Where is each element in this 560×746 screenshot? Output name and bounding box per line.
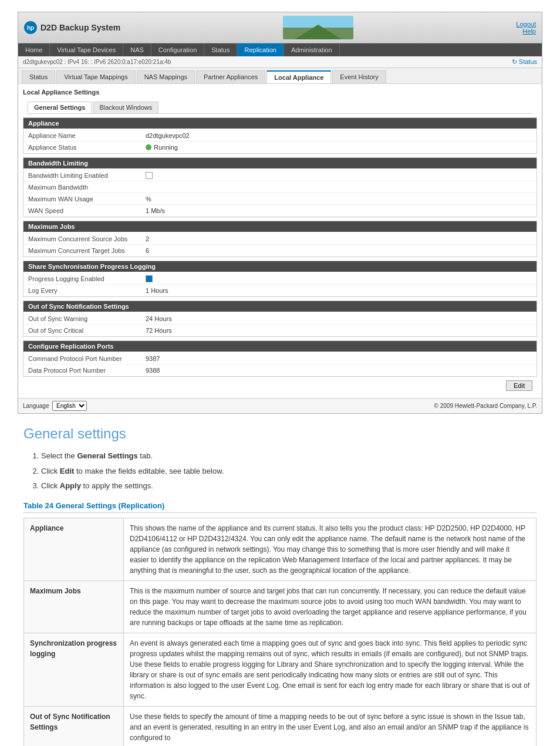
subtab-vtm[interactable]: Virtual Tape Mappings: [56, 70, 135, 83]
bandwidth-checkbox[interactable]: [146, 172, 153, 179]
table-term-appliance: Appliance: [24, 518, 124, 580]
bandwidth-enabled-row: Bandwidth Limiting Enabled: [23, 170, 537, 181]
nav-status[interactable]: Status: [204, 43, 237, 56]
inner-tab-blackout[interactable]: Blackout Windows: [93, 102, 158, 113]
table-title: Table 24 General Settings (Replication): [23, 501, 537, 513]
d2d-panel: hp D2D Backup System Logout Help Home Vi…: [18, 12, 542, 414]
inner-tab-general[interactable]: General Settings: [28, 102, 92, 113]
language-select[interactable]: English: [52, 401, 87, 411]
hp-logo-icon: hp: [24, 21, 37, 34]
max-bandwidth-label: Maximum Bandwidth: [28, 184, 146, 191]
bandwidth-enabled-value: [146, 172, 153, 179]
status-badge: ↻ Status: [512, 58, 537, 66]
app-title: D2D Backup System: [41, 23, 120, 32]
subtab-partner-appliances[interactable]: Partner Appliances: [196, 70, 265, 83]
step-3: Click Apply to apply the settings.: [41, 480, 537, 492]
panel-footer: Language English © 2009 Hewlett-Packard …: [18, 398, 542, 413]
configure-ports-section: Configure Replication Ports Command Prot…: [23, 340, 537, 377]
max-wan-usage-row: Maximum WAN Usage %: [23, 193, 537, 205]
step-2: Click Edit to make the fields editable, …: [41, 465, 537, 477]
progress-logging-label: Progress Logging Enabled: [28, 275, 146, 282]
appliance-name-row: Appliance Name d2dtgukevpc02: [23, 130, 537, 141]
subtab-status[interactable]: Status: [22, 70, 55, 83]
wan-speed-row: WAN Speed 1 Mb/s: [23, 205, 537, 217]
page-wrapper: hp D2D Backup System Logout Help Home Vi…: [0, 0, 560, 746]
oos-warning-row: Out of Sync Warning 24 Hours: [23, 313, 537, 325]
subtab-local-appliance[interactable]: Local Appliance: [266, 70, 331, 83]
sub-tabs: Status Virtual Tape Mappings NAS Mapping…: [18, 68, 542, 84]
data-port-label: Data Protocol Port Number: [28, 367, 146, 374]
appliance-name-value: d2dtgukevpc02: [146, 132, 190, 139]
wan-speed-label: WAN Speed: [28, 207, 146, 214]
d2d-header: hp D2D Backup System Logout Help: [18, 12, 542, 43]
table-row-oos-notification: Out of Sync Notification Settings Use th…: [24, 706, 537, 746]
cmd-port-value: 9387: [146, 355, 160, 362]
table-row-sync-logging: Synchronization progress logging An even…: [24, 633, 537, 706]
table-term-oos-notification: Out of Sync Notification Settings: [24, 706, 124, 746]
mountain-graphic: [283, 16, 353, 39]
max-target-jobs-label: Maximum Concurrent Target Jobs: [28, 247, 146, 254]
oos-critical-label: Out of Sync Critical: [28, 327, 146, 334]
table-desc-appliance: This shows the name of the appliance and…: [124, 518, 537, 580]
progress-logging-row: Progress Logging Enabled: [23, 273, 537, 285]
doc-steps: Select the General Settings tab. Click E…: [41, 450, 537, 492]
max-target-jobs-row: Maximum Concurrent Target Jobs 6: [23, 245, 537, 256]
bandwidth-enabled-label: Bandwidth Limiting Enabled: [28, 172, 146, 179]
inner-tabs: General Settings Blackout Windows: [23, 98, 537, 113]
cmd-port-label: Command Protocol Port Number: [28, 355, 146, 362]
table-row-max-jobs: Maximum Jobs This is the maximum number …: [24, 580, 537, 633]
host-info: d2dtgukevpc02 : IPv4 16: : IPv6 2620:0:a…: [23, 59, 171, 65]
log-every-row: Log Every 1 Hours: [23, 285, 537, 296]
edit-button[interactable]: Edit: [506, 380, 532, 391]
logout-link[interactable]: Logout: [516, 21, 536, 28]
cmd-port-row: Command Protocol Port Number 9387: [23, 353, 537, 364]
nav-vtd[interactable]: Virtual Tape Devices: [50, 43, 123, 56]
nav-nas[interactable]: NAS: [123, 43, 151, 56]
data-port-row: Data Protocol Port Number 9388: [23, 364, 537, 376]
appliance-section-header: Appliance: [23, 118, 537, 129]
language-selector: Language English: [23, 401, 87, 411]
progress-logging-checkbox[interactable]: [146, 275, 153, 282]
max-source-jobs-row: Maximum Concurrent Source Jobs 2: [23, 233, 537, 245]
local-appliance-settings-label: Local Appliance Settings: [23, 89, 537, 96]
max-target-jobs-value: 6: [146, 247, 149, 254]
panel-content: Local Appliance Settings General Setting…: [18, 84, 542, 398]
nav-configuration[interactable]: Configuration: [151, 43, 204, 56]
oos-critical-row: Out of Sync Critical 72 Hours: [23, 325, 537, 336]
max-jobs-section: Maximum Jobs Maximum Concurrent Source J…: [23, 221, 537, 257]
subtab-nas-mappings[interactable]: NAS Mappings: [137, 70, 195, 83]
step-1: Select the General Settings tab.: [41, 450, 537, 462]
nav-replication[interactable]: Replication: [237, 43, 284, 56]
subtab-event-history[interactable]: Event History: [332, 70, 386, 83]
table-desc-max-jobs: This is the maximum number of source and…: [124, 580, 537, 633]
log-every-value: 1 Hours: [146, 287, 168, 294]
log-every-label: Log Every: [28, 287, 146, 294]
appliance-name-label: Appliance Name: [28, 132, 146, 139]
help-link[interactable]: Help: [516, 28, 536, 35]
oos-warning-label: Out of Sync Warning: [28, 315, 146, 322]
table-term-max-jobs: Maximum Jobs: [24, 580, 124, 633]
table-term-sync-logging: Synchronization progress logging: [24, 633, 124, 706]
table-desc-sync-logging: An event is always generated each time a…: [124, 633, 537, 706]
max-source-jobs-value: 2: [146, 235, 149, 242]
step-1-bold: General Settings: [77, 451, 137, 460]
bandwidth-section-header: Bandwidth Limiting: [23, 158, 537, 168]
max-wan-usage-value: %: [146, 195, 151, 202]
nav-home[interactable]: Home: [18, 43, 50, 56]
step-3-bold: Apply: [60, 481, 81, 490]
table-row-appliance: Appliance This shows the name of the app…: [24, 518, 537, 580]
nav-administration[interactable]: Administration: [284, 43, 340, 56]
d2d-logo: hp D2D Backup System: [24, 21, 120, 34]
appliance-status-row: Appliance Status Running: [23, 141, 537, 153]
appliance-section: Appliance Appliance Name d2dtgukevpc02 A…: [23, 117, 537, 154]
info-bar: d2dtgukevpc02 : IPv4 16: : IPv6 2620:0:a…: [18, 56, 542, 68]
header-links: Logout Help: [516, 21, 536, 35]
main-nav: Home Virtual Tape Devices NAS Configurat…: [18, 43, 542, 56]
copyright-text: © 2009 Hewlett-Packard Company, L.P.: [434, 403, 537, 409]
oos-warning-value: 24 Hours: [146, 315, 172, 322]
settings-table: Appliance This shows the name of the app…: [23, 518, 537, 747]
configure-ports-header: Configure Replication Ports: [23, 341, 537, 352]
oos-critical-value: 72 Hours: [146, 327, 172, 334]
data-port-value: 9388: [146, 367, 160, 374]
status-dot-icon: [146, 144, 151, 150]
